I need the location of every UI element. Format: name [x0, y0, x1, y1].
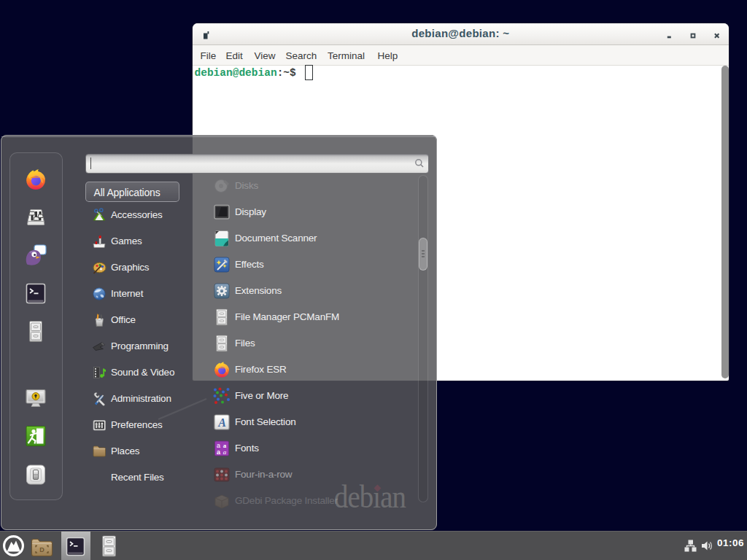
svg-text:D: D: [39, 546, 44, 553]
